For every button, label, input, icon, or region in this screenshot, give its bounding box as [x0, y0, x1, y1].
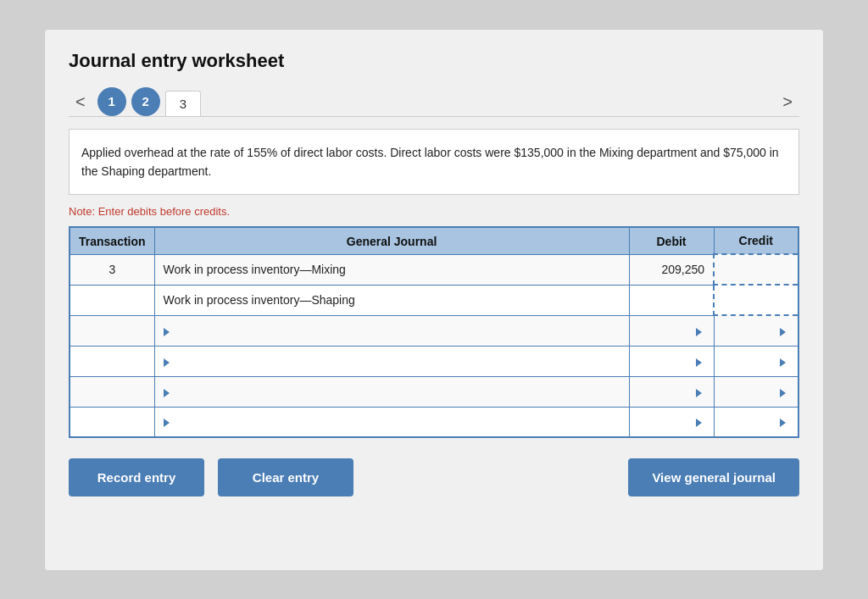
- cell-debit[interactable]: [629, 285, 714, 315]
- table-row: 3 Work in process inventory—Mixing 209,2…: [70, 254, 798, 285]
- note-text: Note: Enter debits before credits.: [69, 205, 799, 218]
- buttons-row: Record entry Clear entry View general jo…: [69, 458, 799, 496]
- col-header-general: General Journal: [154, 227, 629, 254]
- cell-transaction: [70, 376, 154, 407]
- cell-transaction: [70, 285, 154, 315]
- view-general-journal-button[interactable]: View general journal: [628, 458, 799, 496]
- cell-transaction: [70, 315, 154, 346]
- cell-credit[interactable]: [714, 285, 798, 315]
- tri-icon: [780, 328, 786, 336]
- tab-1[interactable]: 1: [97, 87, 126, 116]
- tri-icon: [780, 419, 786, 427]
- description-text: Applied overhead at the rate of 155% of …: [81, 146, 779, 178]
- cell-debit[interactable]: [629, 407, 714, 437]
- cell-debit[interactable]: [629, 376, 714, 407]
- cell-journal[interactable]: [154, 407, 629, 437]
- cell-credit[interactable]: [714, 254, 798, 285]
- tri-icon: [164, 389, 170, 397]
- col-header-transaction: Transaction: [70, 227, 154, 254]
- cell-credit[interactable]: [714, 346, 798, 376]
- nav-left-button[interactable]: <: [69, 90, 92, 114]
- cell-journal[interactable]: Work in process inventory—Shaping: [154, 285, 629, 315]
- tri-icon: [164, 328, 170, 336]
- table-row: [70, 407, 798, 437]
- cell-debit[interactable]: 209,250: [629, 254, 714, 285]
- nav-right-button[interactable]: >: [776, 90, 799, 114]
- table-row: Work in process inventory—Shaping: [70, 285, 798, 315]
- cell-transaction: [70, 407, 154, 437]
- table-row: [70, 376, 798, 407]
- cell-credit[interactable]: [714, 407, 798, 437]
- tri-icon: [696, 358, 702, 367]
- cell-transaction: [70, 346, 154, 376]
- cell-journal[interactable]: [154, 315, 629, 346]
- tri-icon: [164, 358, 170, 367]
- col-header-credit: Credit: [714, 227, 798, 254]
- tab-2[interactable]: 2: [131, 87, 160, 116]
- table-row: [70, 346, 798, 376]
- tri-icon: [164, 419, 170, 427]
- cell-debit[interactable]: [629, 346, 714, 376]
- tabs-row: < 1 2 3 >: [69, 87, 799, 116]
- tri-icon: [696, 419, 702, 427]
- description-box: Applied overhead at the rate of 155% of …: [69, 129, 799, 196]
- tri-icon: [696, 328, 702, 336]
- cell-debit[interactable]: [629, 315, 714, 346]
- cell-transaction: 3: [70, 254, 154, 285]
- page-title: Journal entry worksheet: [69, 50, 799, 72]
- cell-journal[interactable]: [154, 376, 629, 407]
- cell-credit[interactable]: [714, 376, 798, 407]
- tab-3[interactable]: 3: [165, 91, 201, 116]
- table-row: [70, 315, 798, 346]
- col-header-debit: Debit: [629, 227, 714, 254]
- clear-entry-button[interactable]: Clear entry: [218, 458, 353, 496]
- cell-journal[interactable]: Work in process inventory—Mixing: [154, 254, 629, 285]
- worksheet-container: Journal entry worksheet < 1 2 3 > Applie…: [44, 29, 824, 571]
- tri-icon: [780, 358, 786, 367]
- tri-icon: [780, 389, 786, 397]
- cell-journal[interactable]: [154, 346, 629, 376]
- cell-credit[interactable]: [714, 315, 798, 346]
- tri-icon: [696, 389, 702, 397]
- journal-table: Transaction General Journal Debit Credit…: [69, 226, 799, 438]
- record-entry-button[interactable]: Record entry: [69, 458, 204, 496]
